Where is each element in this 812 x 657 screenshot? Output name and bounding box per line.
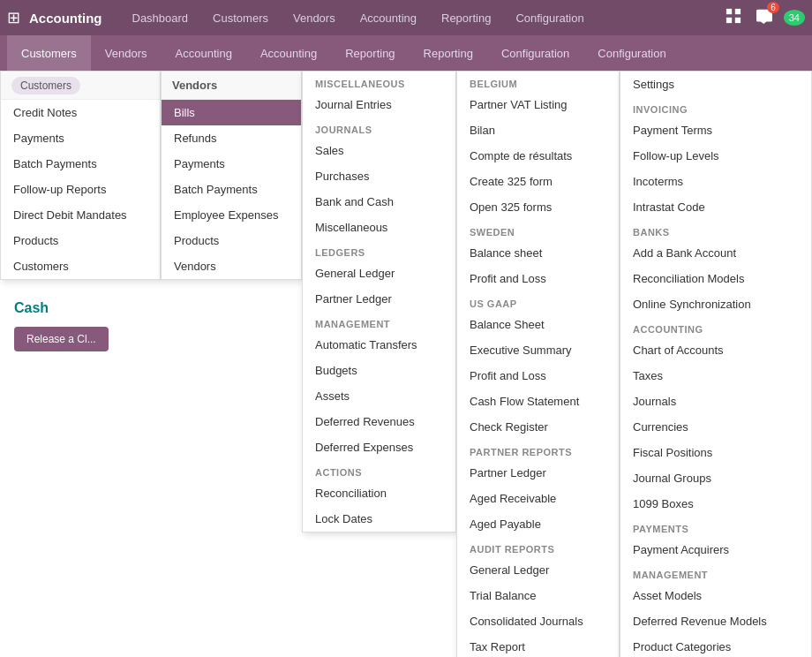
dd-item-executive-summary[interactable]: Executive Summary	[457, 337, 619, 363]
dd-vendors-vendors[interactable]: Vendors	[162, 253, 301, 279]
dd-item-partner-vat-listing[interactable]: Partner VAT Listing	[457, 92, 619, 117]
dd-item-bank-and-cash[interactable]: Bank and Cash	[303, 189, 455, 215]
dd-customers-customers[interactable]: Customers	[1, 253, 160, 279]
dd-item-fiscal-positions[interactable]: Fiscal Positions	[620, 440, 811, 465]
dd-item-automatic-transfers[interactable]: Automatic Transfers	[303, 332, 455, 358]
dd-item-compte-de-rsultats[interactable]: Compte de résultats	[457, 143, 619, 169]
dd-followup-reports[interactable]: Follow-up Reports	[1, 177, 160, 202]
configuration-dropdown: SettingsInvoicingPayment TermsFollow-up …	[620, 71, 812, 657]
grid-icon-btn[interactable]	[722, 4, 745, 31]
dd-item-journal-groups[interactable]: Journal Groups	[620, 465, 811, 491]
cash-section: Cash Release a Cl...	[14, 300, 109, 351]
dd-item-payment-terms[interactable]: Payment Terms	[620, 117, 811, 143]
dd-item-asset-models[interactable]: Asset Models	[620, 583, 811, 608]
dd-item-intrastat-code[interactable]: Intrastat Code	[620, 194, 811, 220]
second-nav-accounting1[interactable]: Accounting	[162, 35, 246, 71]
dd-item-assets[interactable]: Assets	[303, 383, 455, 409]
dd-item-aged-payable[interactable]: Aged Payable	[457, 511, 619, 537]
dd-item-1099-boxes[interactable]: 1099 Boxes	[620, 491, 811, 517]
app-grid-icon[interactable]: ⊞	[7, 8, 20, 27]
dd-item-balance-sheet[interactable]: Balance Sheet	[457, 312, 619, 337]
top-nav-bar: ⊞ Accounting Dashboard Customers Vendors…	[0, 0, 812, 35]
dd-item-general-ledger[interactable]: General Ledger	[457, 557, 619, 583]
top-nav-dashboard[interactable]: Dashboard	[120, 0, 201, 35]
dd-item-consolidated-journals[interactable]: Consolidated Journals	[457, 608, 619, 634]
second-nav-vendors[interactable]: Vendors	[91, 35, 162, 71]
vendors-dropdown: Vendors Bills Refunds Payments Batch Pay…	[161, 71, 302, 280]
dd-item-currencies[interactable]: Currencies	[620, 414, 811, 440]
dd-bills[interactable]: Bills	[162, 100, 301, 125]
clock-badge[interactable]: 34	[784, 10, 805, 26]
dd-item-lock-dates[interactable]: Lock Dates	[303, 506, 455, 532]
dd-item-deferred-revenue-models[interactable]: Deferred Revenue Models	[620, 608, 811, 634]
second-nav-reporting2[interactable]: Reporting	[410, 35, 487, 71]
dd-section-accounting: Accounting	[620, 317, 811, 337]
dd-item-reconciliation[interactable]: Reconciliation	[303, 480, 455, 506]
second-nav-accounting2[interactable]: Accounting	[246, 35, 331, 71]
dd-batch-payments-vendors[interactable]: Batch Payments	[162, 177, 301, 202]
second-nav-config2[interactable]: Configuration	[583, 35, 680, 71]
dd-item-balance-sheet[interactable]: Balance sheet	[457, 240, 619, 266]
dd-item-journal-entries[interactable]: Journal Entries	[303, 92, 455, 117]
dd-item-incoterms[interactable]: Incoterms	[620, 169, 811, 194]
vendors-dropdown-header: Vendors	[162, 72, 301, 100]
dd-item-trial-balance[interactable]: Trial Balance	[457, 583, 619, 608]
chat-badge: 6	[767, 2, 779, 13]
dd-item-purchases[interactable]: Purchases	[303, 163, 455, 189]
dd-products-vendors[interactable]: Products	[162, 228, 301, 253]
dd-item-product-categories[interactable]: Product Categories	[620, 634, 811, 657]
dd-item-budgets[interactable]: Budgets	[303, 358, 455, 383]
dd-section-us-gaap: US GAAP	[457, 291, 619, 312]
top-nav-reporting[interactable]: Reporting	[429, 0, 503, 35]
dd-item-cash-flow-statement[interactable]: Cash Flow Statement	[457, 389, 619, 414]
dd-employee-expenses[interactable]: Employee Expenses	[162, 202, 301, 228]
dd-item-profit-and-loss[interactable]: Profit and Loss	[457, 363, 619, 389]
second-nav-customers[interactable]: Customers	[7, 35, 91, 71]
dd-item-check-register[interactable]: Check Register	[457, 414, 619, 440]
dd-batch-payments-customers[interactable]: Batch Payments	[1, 151, 160, 177]
dd-item-bilan[interactable]: Bilan	[457, 117, 619, 143]
dd-direct-debit-mandates[interactable]: Direct Debit Mandates	[1, 202, 160, 228]
dd-item-deferred-revenues[interactable]: Deferred Revenues	[303, 409, 455, 434]
second-nav-config1[interactable]: Configuration	[487, 35, 583, 71]
dd-section-partner-reports: Partner Reports	[457, 440, 619, 460]
dd-item-taxes[interactable]: Taxes	[620, 363, 811, 389]
dd-item-reconciliation-models[interactable]: Reconciliation Models	[620, 266, 811, 291]
dd-item-create-325-form[interactable]: Create 325 form	[457, 169, 619, 194]
dd-item-miscellaneous[interactable]: Miscellaneous	[303, 215, 455, 240]
dd-item-add-a-bank-account[interactable]: Add a Bank Account	[620, 240, 811, 266]
dd-credit-notes[interactable]: Credit Notes	[1, 100, 160, 125]
dd-item-journals[interactable]: Journals	[620, 389, 811, 414]
dd-payments-vendors[interactable]: Payments	[162, 151, 301, 177]
dd-item-chart-of-accounts[interactable]: Chart of Accounts	[620, 337, 811, 363]
chat-icon-btn[interactable]: 6	[752, 4, 777, 31]
dd-item-sales[interactable]: Sales	[303, 138, 455, 163]
svg-rect-0	[726, 9, 732, 14]
dd-item-partner-ledger[interactable]: Partner Ledger	[457, 460, 619, 486]
dd-item-partner-ledger[interactable]: Partner Ledger	[303, 286, 455, 312]
second-nav-bar: Customers Vendors Accounting Accounting …	[0, 35, 812, 71]
top-nav-vendors[interactable]: Vendors	[281, 0, 348, 35]
dd-item-follow-up-levels[interactable]: Follow-up Levels	[620, 143, 811, 169]
dd-payments-customers[interactable]: Payments	[1, 125, 160, 151]
dd-item-deferred-expenses[interactable]: Deferred Expenses	[303, 434, 455, 460]
dd-item-settings[interactable]: Settings	[620, 72, 811, 97]
dd-products-customers[interactable]: Products	[1, 228, 160, 253]
dd-item-payment-acquirers[interactable]: Payment Acquirers	[620, 537, 811, 563]
dd-refunds[interactable]: Refunds	[162, 125, 301, 151]
dd-item-tax-report[interactable]: Tax Report	[457, 634, 619, 657]
second-nav-reporting1[interactable]: Reporting	[331, 35, 409, 71]
top-nav-customers[interactable]: Customers	[200, 0, 281, 35]
dd-section-management: Management	[303, 312, 455, 332]
dd-item-open-325-forms[interactable]: Open 325 forms	[457, 194, 619, 220]
dd-item-general-ledger[interactable]: General Ledger	[303, 261, 455, 286]
dd-item-profit-and-loss[interactable]: Profit and Loss	[457, 266, 619, 291]
dd-section-management: Management	[620, 563, 811, 583]
svg-rect-3	[735, 18, 741, 23]
dd-item-online-synchronization[interactable]: Online Synchronization	[620, 291, 811, 317]
top-nav-accounting[interactable]: Accounting	[348, 0, 429, 35]
dd-section-sweden: Sweden	[457, 220, 619, 240]
dd-item-aged-receivable[interactable]: Aged Receivable	[457, 486, 619, 511]
top-nav-configuration[interactable]: Configuration	[503, 0, 596, 35]
release-button[interactable]: Release a Cl...	[14, 327, 109, 351]
